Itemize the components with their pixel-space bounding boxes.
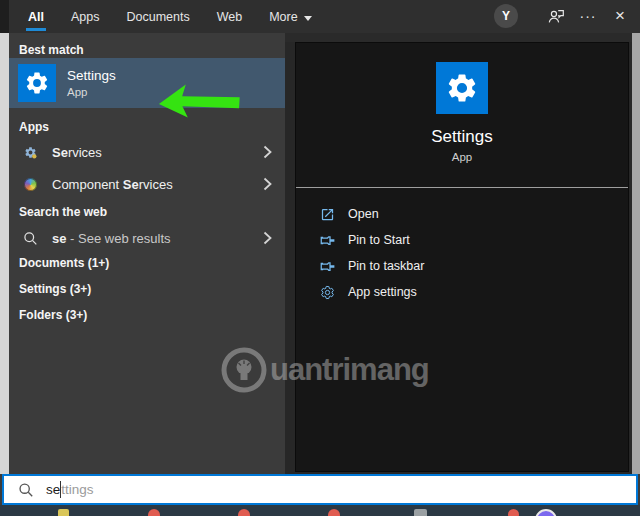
pin-icon bbox=[319, 233, 336, 248]
watermark: uantrimang bbox=[221, 347, 429, 393]
more-options-icon[interactable]: ··· bbox=[577, 5, 599, 27]
result-services[interactable]: Services bbox=[9, 137, 285, 167]
preview-app-name: Settings bbox=[296, 127, 628, 147]
tab-documents[interactable]: Documents bbox=[126, 0, 189, 33]
apps-section-header: Apps bbox=[19, 119, 49, 135]
pin-icon-row action-pin-to-taskbar[interactable]: Pin to taskbar bbox=[296, 253, 628, 279]
desktop-edge bbox=[632, 33, 640, 474]
result-web-search[interactable]: se - See web results bbox=[9, 223, 285, 253]
desktop-edge bbox=[0, 0, 9, 33]
taskbar bbox=[0, 505, 640, 516]
action-app-settings[interactable]: App settings bbox=[296, 279, 628, 305]
feedback-icon[interactable] bbox=[545, 5, 567, 27]
action-open[interactable]: Open bbox=[296, 201, 628, 227]
search-typed-text: se bbox=[46, 482, 60, 497]
open-icon bbox=[319, 207, 336, 222]
settings-section-header[interactable]: Settings (3+) bbox=[19, 281, 91, 297]
chevron-down-icon bbox=[304, 16, 312, 21]
gear-outline-icon bbox=[319, 285, 336, 300]
taskbar-peek-icon bbox=[148, 509, 160, 516]
tab-more[interactable]: More bbox=[269, 0, 311, 33]
settings-gear-icon bbox=[436, 62, 488, 114]
preview-panel: Settings App Open Pin to Start Pi bbox=[295, 42, 629, 472]
user-avatar[interactable]: Y bbox=[494, 4, 518, 28]
search-icon bbox=[22, 231, 38, 246]
preview-app-type: App bbox=[296, 151, 628, 163]
chevron-right-icon[interactable] bbox=[263, 177, 272, 191]
search-suggestion-text: ttings bbox=[61, 482, 93, 497]
close-icon[interactable]: × bbox=[609, 5, 631, 27]
best-match-title: Settings bbox=[67, 68, 116, 83]
taskbar-peek-icon bbox=[508, 509, 519, 516]
tab-web[interactable]: Web bbox=[217, 0, 242, 33]
search-input[interactable]: settings bbox=[2, 474, 638, 505]
divider bbox=[296, 187, 628, 188]
documents-section-header[interactable]: Documents (1+) bbox=[19, 255, 109, 271]
watermark-text: uantrimang bbox=[270, 352, 429, 388]
tab-apps[interactable]: Apps bbox=[71, 0, 100, 33]
watermark-bulb-logo-icon bbox=[221, 347, 267, 393]
tab-all[interactable]: All bbox=[28, 0, 44, 33]
search-icon bbox=[18, 482, 34, 498]
taskbar-peek-icon bbox=[535, 509, 557, 516]
best-match-subtitle: App bbox=[67, 86, 116, 98]
search-results-pane: Best match Settings App Apps Services Co… bbox=[9, 33, 285, 474]
preview-pane: Settings App Open Pin to Start Pi bbox=[285, 33, 632, 474]
component-services-icon bbox=[22, 178, 38, 191]
taskbar-peek-icon bbox=[238, 509, 250, 516]
chevron-right-icon[interactable] bbox=[263, 231, 272, 245]
best-match-header: Best match bbox=[19, 42, 84, 58]
action-pin-to-start[interactable]: Pin to Start bbox=[296, 227, 628, 253]
filter-tabs: All Apps Documents Web More bbox=[9, 0, 312, 33]
pin-icon bbox=[319, 259, 336, 274]
search-filter-bar: All Apps Documents Web More Y ··· × bbox=[9, 0, 640, 33]
chevron-right-icon[interactable] bbox=[263, 145, 272, 159]
taskbar-peek-icon bbox=[414, 509, 427, 516]
taskbar-peek-icon bbox=[58, 509, 69, 516]
windows-search-flyout: All Apps Documents Web More Y ··· × Best… bbox=[0, 0, 640, 516]
settings-gear-icon bbox=[18, 64, 56, 102]
result-component-services[interactable]: Component Services bbox=[9, 169, 285, 199]
taskbar-peek-icon bbox=[328, 509, 340, 516]
folders-section-header[interactable]: Folders (3+) bbox=[19, 307, 87, 323]
action-list: Open Pin to Start Pin to taskbar App set… bbox=[296, 201, 628, 305]
services-gear-icon bbox=[22, 146, 38, 159]
web-section-header: Search the web bbox=[19, 204, 107, 220]
best-match-result-settings[interactable]: Settings App bbox=[9, 58, 285, 108]
desktop-edge bbox=[0, 33, 9, 474]
preview-pane-top-gap bbox=[285, 33, 632, 42]
